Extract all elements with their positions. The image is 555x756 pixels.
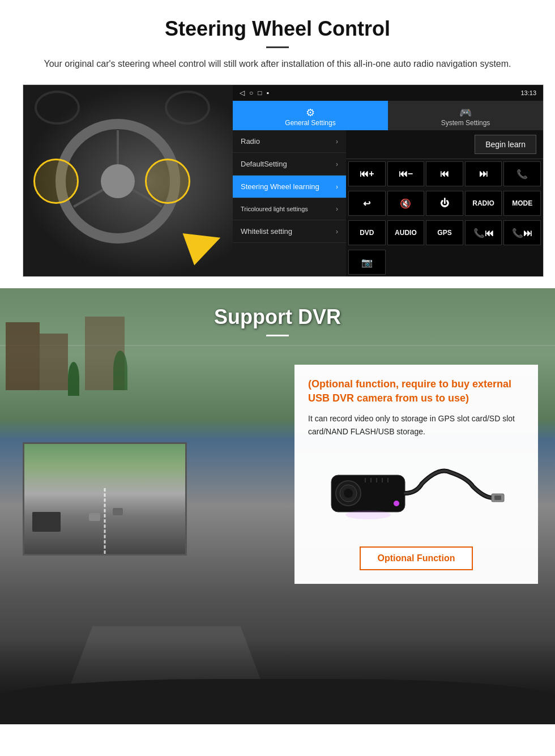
menu-item-tricoloured[interactable]: Tricoloured light settings ›	[233, 198, 346, 220]
ctrl-call[interactable]: 📞	[503, 161, 541, 186]
ctrl-prev[interactable]: ⏮	[426, 161, 463, 186]
optional-function-button[interactable]: Optional Function	[360, 546, 473, 570]
menu-item-steering-learning[interactable]: Steering Wheel learning ›	[233, 176, 346, 198]
dvr-thumbnail	[23, 442, 187, 556]
system-icon: 🎮	[391, 106, 540, 119]
svg-point-12	[345, 510, 391, 519]
general-icon: ⚙	[236, 106, 385, 119]
highlight-right	[145, 159, 190, 204]
arrow-overlay	[176, 215, 221, 260]
ctrl-vol-down[interactable]: ⏮−	[387, 161, 425, 186]
dvr-title: Support DVR	[0, 305, 555, 329]
highlight-left	[33, 159, 79, 204]
android-content: Radio › DefaultSetting › Steering Wheel …	[233, 130, 543, 277]
tab-general-label: General Settings	[285, 119, 335, 127]
dvr-section: Support DVR (Optional function, require …	[0, 288, 555, 724]
back-icon[interactable]: ◁	[240, 89, 245, 97]
tab-system-label: System Settings	[441, 119, 490, 127]
menu-radio-label: Radio	[241, 137, 260, 146]
chevron-radio: ›	[336, 138, 338, 146]
svg-point-4	[394, 501, 399, 506]
steering-photo	[23, 85, 233, 277]
svg-rect-11	[494, 496, 501, 500]
menu-tricoloured-label: Tricoloured light settings	[241, 206, 308, 212]
ctrl-mute[interactable]: 🔇	[387, 191, 425, 216]
ctrl-gps[interactable]: GPS	[426, 220, 463, 245]
dvr-main-content: (Optional function, require to buy exter…	[0, 353, 555, 595]
control-grid-row4: 📷	[346, 247, 543, 277]
dvr-left-area	[17, 365, 283, 584]
home-icon[interactable]: ○	[249, 89, 253, 97]
ctrl-call-prev[interactable]: 📞⏮	[465, 220, 502, 245]
chevron-defaultsetting: ›	[336, 160, 338, 168]
control-grid-row1: ⏮+ ⏮− ⏮ ⏭ 📞	[346, 159, 543, 189]
control-panel: Begin learn ⏮+ ⏮− ⏮ ⏭ 📞 ↩ 🔇 ⏻	[346, 130, 543, 277]
ctrl-mode[interactable]: MODE	[503, 191, 541, 216]
menu-steering-label: Steering Wheel learning	[241, 182, 319, 191]
dvr-description: It can record video only to storage in G…	[308, 412, 524, 438]
ctrl-vol-up[interactable]: ⏮+	[348, 161, 386, 186]
ctrl-audio[interactable]: AUDIO	[387, 220, 425, 245]
ctrl-back[interactable]: ↩	[348, 191, 386, 216]
menu-list: Radio › DefaultSetting › Steering Wheel …	[233, 130, 346, 277]
control-grid-row2: ↩ 🔇 ⏻ RADIO MODE	[346, 189, 543, 218]
ctrl-call-next[interactable]: 📞⏭	[503, 220, 541, 245]
menu-item-defaultsetting[interactable]: DefaultSetting ›	[233, 153, 346, 176]
tab-general[interactable]: ⚙ General Settings	[233, 101, 388, 130]
steering-subtitle: Your original car's steering wheel contr…	[34, 57, 521, 71]
dvr-title-divider	[266, 335, 289, 336]
menu-item-whitelist[interactable]: Whitelist setting ›	[233, 220, 346, 243]
recent-icon[interactable]: □	[258, 89, 262, 97]
menu-defaultsetting-label: DefaultSetting	[241, 160, 287, 168]
status-time: 13:13	[520, 89, 536, 96]
steering-section: Steering Wheel Control Your original car…	[0, 0, 555, 288]
wheel-background	[23, 85, 233, 277]
dvr-optional-text: (Optional function, require to buy exter…	[308, 377, 524, 405]
dvr-camera-svg	[326, 455, 507, 529]
begin-learn-button[interactable]: Begin learn	[475, 135, 536, 154]
tab-system[interactable]: 🎮 System Settings	[388, 101, 543, 130]
menu-whitelist-label: Whitelist setting	[241, 227, 292, 236]
chevron-steering: ›	[336, 183, 338, 191]
arrow-yellow	[183, 222, 227, 266]
ctrl-camera[interactable]: 📷	[348, 250, 386, 275]
ctrl-power[interactable]: ⏻	[426, 191, 463, 216]
menu-icon[interactable]: ▪	[267, 89, 269, 97]
begin-learn-row: Begin learn	[346, 130, 543, 159]
svg-point-3	[344, 489, 353, 498]
ctrl-dvd[interactable]: DVD	[348, 220, 386, 245]
status-left: ◁ ○ □ ▪	[240, 89, 269, 97]
status-bar: ◁ ○ □ ▪ 13:13	[233, 85, 543, 101]
title-divider	[266, 46, 289, 48]
optional-function-row: Optional Function	[308, 546, 524, 570]
ctrl-next[interactable]: ⏭	[465, 161, 502, 186]
menu-item-radio[interactable]: Radio ›	[233, 130, 346, 153]
chevron-tricoloured: ›	[336, 205, 338, 213]
steering-title: Steering Wheel Control	[23, 17, 532, 41]
control-grid-row3: DVD AUDIO GPS 📞⏮ 📞⏭	[346, 218, 543, 247]
chevron-whitelist: ›	[336, 228, 338, 236]
android-panel: ◁ ○ □ ▪ 13:13 ⚙ General Settings 🎮 Syste…	[233, 85, 543, 276]
ctrl-radio[interactable]: RADIO	[465, 191, 502, 216]
wheel-center	[101, 164, 135, 198]
android-tabs: ⚙ General Settings 🎮 System Settings	[233, 101, 543, 130]
dvr-title-area: Support DVR	[0, 288, 555, 353]
dvr-camera-image	[308, 447, 524, 537]
dvr-info-card: (Optional function, require to buy exter…	[294, 365, 538, 584]
steering-demo: ◁ ○ □ ▪ 13:13 ⚙ General Settings 🎮 Syste…	[23, 84, 544, 277]
